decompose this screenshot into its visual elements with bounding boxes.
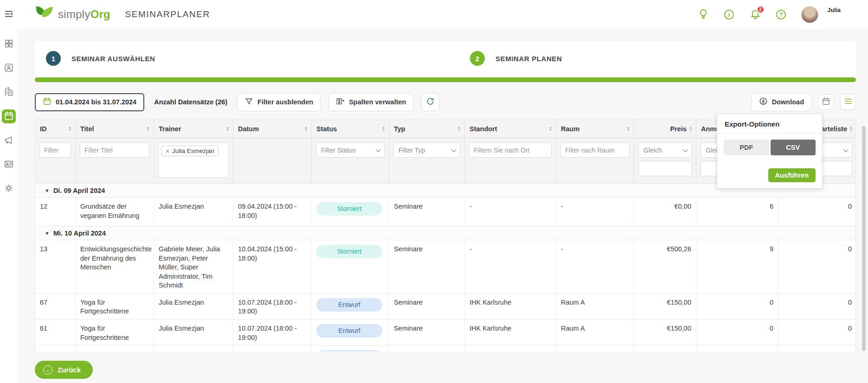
cell-datum: 10.07.2024 (18:00 - 19:00)	[233, 319, 312, 345]
user-menu[interactable]: Julia	[801, 6, 841, 23]
sort-icon[interactable]: ▴▾	[549, 126, 551, 132]
column-header-trainer[interactable]: Trainer▴▾	[154, 120, 233, 138]
id-filter-input[interactable]	[39, 142, 71, 158]
cell-status: Storniert	[312, 240, 389, 293]
column-header-titel[interactable]: Titel▴▾	[76, 120, 154, 138]
back-arrow-icon: ←	[43, 365, 52, 375]
column-header-typ[interactable]: Typ▴▾	[389, 120, 465, 138]
sort-icon[interactable]: ▴▾	[458, 126, 460, 132]
lightbulb-icon	[698, 8, 709, 21]
table-row[interactable]: 12 Grundsätze der veganen Ernährung Juli…	[35, 198, 855, 226]
standort-filter-input[interactable]	[469, 142, 552, 158]
sidebar-item-organization[interactable]	[2, 85, 16, 99]
collapse-icon: ▼	[45, 188, 50, 193]
sort-icon[interactable]: ▴▾	[226, 126, 228, 132]
sort-icon[interactable]: ▴▾	[147, 126, 149, 132]
column-header-id[interactable]: ID▴▾	[35, 120, 76, 138]
preis-filter-input[interactable]	[638, 161, 692, 176]
hide-filters-button[interactable]: Filter ausblenden	[237, 93, 321, 111]
download-button[interactable]: Download	[752, 93, 811, 111]
column-header-preis[interactable]: Preis▴▾	[634, 120, 696, 138]
main-area: simplyOrg SEMINARPLANER i 2 ?	[18, 0, 868, 383]
column-header-status[interactable]: Status▴▾	[312, 120, 389, 138]
raum-filter-input[interactable]	[560, 142, 630, 158]
cell-trainer: Julia Esmezjan	[154, 198, 233, 226]
step-2[interactable]: 2 SEMINAR PLANEN	[445, 51, 856, 66]
notifications-button[interactable]: 2	[749, 8, 761, 20]
column-header-raum[interactable]: Raum▴▾	[556, 120, 634, 138]
content: 1 SEMINAR AUSWÄHLEN 2 SEMINAR PLANEN 01.…	[18, 29, 868, 379]
column-header-standort[interactable]: Standort▴▾	[465, 120, 556, 138]
table-row[interactable]: 13 Entwicklungsgeschichte der Ernährung …	[35, 240, 855, 294]
table-row[interactable]: 58 Yoga für Fortgeschrittene Julia Esmez…	[35, 345, 855, 351]
cell-standort: IHK Karlsruhe	[465, 319, 556, 345]
sidebar-item-seminars[interactable]	[2, 109, 16, 123]
avatar[interactable]	[801, 6, 818, 23]
group-row[interactable]: ▼Mi. 10 April 2024	[35, 226, 856, 240]
manage-columns-button[interactable]: Spalten verwalten	[328, 93, 413, 111]
export-execute-button[interactable]: Ausführen	[768, 168, 816, 182]
cell-warteliste: 0	[778, 319, 856, 345]
trainer-filter-multiselect[interactable]: ×Julia Esmezjan	[158, 142, 229, 178]
chevron-down-icon	[843, 147, 849, 152]
chevron-down-icon	[683, 147, 688, 152]
cell-anmeldungen: 0	[696, 319, 778, 345]
close-icon[interactable]: ×	[166, 148, 169, 154]
export-format-options: PDF CSV	[717, 134, 822, 155]
sort-icon[interactable]: ▴▾	[627, 126, 629, 132]
cell-preis: €500,26	[634, 240, 696, 293]
export-popup-footer: Ausführen	[717, 168, 822, 188]
step-1[interactable]: 1 SEMINAR AUSWÄHLEN	[35, 51, 445, 66]
funnel-icon	[244, 97, 253, 107]
sidebar-item-settings[interactable]	[2, 182, 16, 196]
refresh-button[interactable]	[421, 93, 439, 111]
cell-preis: €0,00	[634, 198, 696, 226]
help-button[interactable]: ?	[775, 8, 787, 20]
sidebar-item-dashboard[interactable]	[2, 37, 16, 51]
sidebar-item-marketing[interactable]	[2, 134, 16, 147]
simplyorg-logo[interactable]: simplyOrg	[35, 5, 110, 24]
cell-preis: €150,00	[634, 319, 696, 345]
table-row[interactable]: 61 Yoga für Fortgeschrittene Julia Esmez…	[35, 319, 855, 345]
cell-id: 58	[35, 345, 76, 351]
sidebar-toggle-button[interactable]	[2, 7, 16, 21]
tips-button[interactable]	[697, 8, 709, 20]
back-button[interactable]: ← Zurück	[35, 361, 93, 379]
status-badge: Entwurf	[316, 324, 382, 338]
calendar-icon	[4, 111, 14, 122]
logo-text-simply: simply	[58, 8, 90, 20]
cell-id: 61	[35, 319, 76, 345]
cell-status: Entwurf	[312, 294, 389, 319]
cell-status: Storniert	[312, 198, 389, 226]
column-header-datum[interactable]: Datum▴▾	[233, 120, 312, 138]
cell-raum: -	[556, 198, 634, 226]
calendar-view-button[interactable]	[818, 94, 834, 110]
date-range-button[interactable]: 01.04.2024 bis 31.07.2024	[35, 93, 144, 111]
cell-trainer: Gabriele Meier, Julia Esmezjan, Peter Mü…	[154, 240, 233, 293]
step-1-circle: 1	[46, 51, 61, 66]
trainer-filter-chip: ×Julia Esmezjan	[161, 146, 219, 156]
cell-preis: €150,00	[634, 294, 696, 319]
status-badge: Storniert	[316, 202, 382, 216]
list-view-button[interactable]	[840, 94, 856, 110]
sort-icon[interactable]: ▴▾	[689, 126, 691, 132]
export-pdf-button[interactable]: PDF	[724, 140, 769, 155]
cell-warteliste: 0	[778, 240, 856, 293]
table-row[interactable]: 67 Yoga für Fortgeschrittene Julia Esmez…	[35, 294, 855, 319]
status-filter-select[interactable]: Filter Status	[316, 142, 385, 158]
sort-icon[interactable]: ▴▾	[305, 126, 307, 132]
export-options-popup: Export-Optionen PDF CSV Ausführen	[717, 114, 823, 189]
sort-icon[interactable]: ▴▾	[69, 126, 71, 132]
typ-filter-select[interactable]: Filter Typ	[393, 142, 460, 158]
contact-icon	[4, 63, 14, 74]
vertical-scrollbar[interactable]	[862, 126, 866, 351]
info-button[interactable]: i	[723, 8, 735, 20]
export-csv-button[interactable]: CSV	[771, 140, 816, 155]
sort-icon[interactable]: ▴▾	[382, 126, 384, 132]
sort-icon[interactable]: ▴▾	[850, 126, 852, 132]
cell-raum: Raum A	[556, 319, 634, 345]
preis-operator-select[interactable]: Gleich	[638, 142, 692, 158]
sidebar-item-contacts[interactable]	[2, 61, 16, 75]
sidebar-item-membership-cards[interactable]	[2, 158, 16, 172]
titel-filter-input[interactable]	[80, 142, 149, 158]
